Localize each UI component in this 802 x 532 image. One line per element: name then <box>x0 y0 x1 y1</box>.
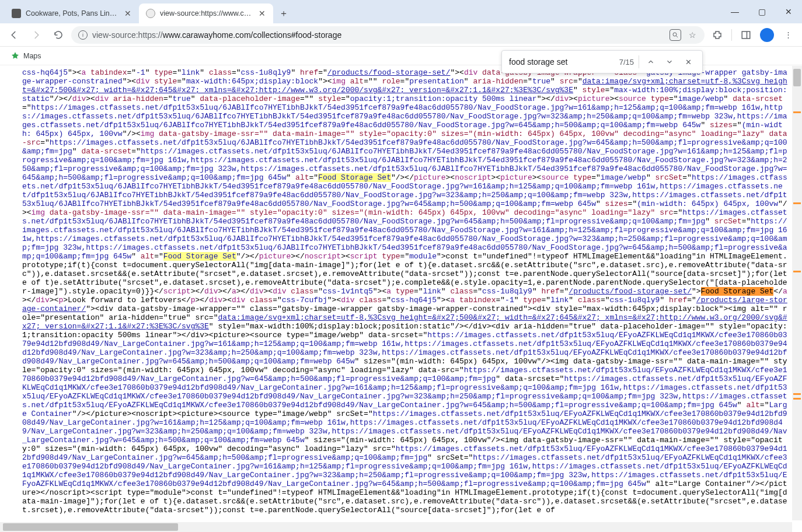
side-panel-button[interactable] <box>737 26 755 44</box>
avatar-icon <box>760 28 774 42</box>
menu-button[interactable]: ⋮ <box>779 26 797 44</box>
lens-icon[interactable] <box>670 29 681 41</box>
svg-rect-1 <box>742 32 750 38</box>
chevron-down-icon <box>665 58 674 65</box>
reload-button[interactable] <box>49 26 68 44</box>
minimize-button[interactable]: ― <box>721 0 748 23</box>
favicon-icon <box>12 9 21 18</box>
window-controls: ― ▢ ✕ <box>721 0 802 23</box>
find-next-button[interactable] <box>662 55 677 65</box>
bookmark-maps[interactable]: Maps <box>7 49 45 63</box>
maximize-button[interactable]: ▢ <box>748 0 775 23</box>
puzzle-icon <box>712 30 723 40</box>
address-text: view-source:https://www.carawayhome.com/… <box>92 30 665 40</box>
profile-button[interactable] <box>758 26 776 44</box>
find-close-button[interactable]: ✕ <box>681 55 695 65</box>
chevron-up-icon <box>647 58 655 65</box>
close-tab-icon[interactable]: ✕ <box>258 9 266 18</box>
maps-icon <box>11 51 20 61</box>
address-bar[interactable]: i view-source:https://www.carawayhome.co… <box>71 26 705 44</box>
bookmark-label: Maps <box>23 52 41 60</box>
tab-1-title: Cookware, Pots, Pans Linens & ... <box>26 9 119 18</box>
tab-1[interactable]: Cookware, Pots, Pans Linens & ... ✕ <box>5 4 139 23</box>
panel-icon <box>741 30 751 40</box>
titlebar: Cookware, Pots, Pans Linens & ... ✕ view… <box>0 0 802 23</box>
find-count: 7/15 <box>619 58 634 66</box>
reload-icon <box>53 30 64 40</box>
tab-2-active[interactable]: view-source:https://www.caraw... ✕ <box>139 4 273 23</box>
new-tab-button[interactable]: ＋ <box>276 5 292 22</box>
site-info-icon[interactable]: i <box>78 30 88 40</box>
tab-2-title: view-source:https://www.caraw... <box>160 9 253 18</box>
back-button[interactable] <box>5 26 23 44</box>
arrow-right-icon <box>31 30 41 40</box>
forward-button[interactable] <box>27 26 46 44</box>
find-input[interactable] <box>509 57 615 65</box>
find-prev-button[interactable] <box>644 55 658 65</box>
extensions-button[interactable] <box>708 26 727 44</box>
separator <box>731 29 732 41</box>
close-tab-icon[interactable]: ✕ <box>124 9 132 18</box>
toolbar: i view-source:https://www.carawayhome.co… <box>0 23 802 47</box>
globe-icon <box>146 9 155 18</box>
arrow-left-icon <box>9 30 19 40</box>
find-in-page-bar: 7/15 ✕ <box>501 50 703 65</box>
close-window-button[interactable]: ✕ <box>775 0 802 23</box>
separator <box>639 55 639 65</box>
svg-point-0 <box>673 33 677 36</box>
bookmark-star-icon[interactable]: ☆ <box>687 30 698 40</box>
